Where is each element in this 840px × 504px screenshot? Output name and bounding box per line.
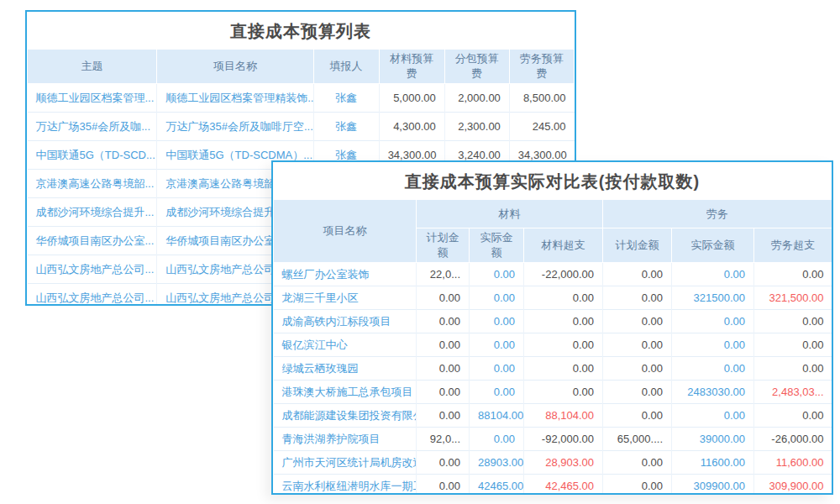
header-labor-overrun: 劳务超支 — [754, 228, 832, 263]
labor-overrun-cell: 2,483,03... — [754, 381, 832, 404]
material-actual-link[interactable]: 28903.00 — [470, 451, 524, 475]
material-actual-link[interactable]: 0.00 — [470, 333, 524, 357]
labor-overrun-cell: 0.00 — [754, 404, 832, 428]
header-labor-plan: 计划金额 — [603, 228, 672, 263]
subject-link[interactable]: 中国联通5G（TD-SCD... — [28, 141, 157, 170]
labor-actual-link[interactable]: 0.00 — [672, 263, 754, 286]
header-project-name: 项目名称 — [274, 200, 417, 263]
subject-link[interactable]: 京港澳高速公路粤境韶... — [28, 170, 157, 198]
header-material-overrun: 材料超支 — [524, 228, 603, 263]
budget-list-title: 直接成本预算列表 — [27, 12, 575, 49]
material-actual-link[interactable]: 0.00 — [470, 286, 524, 310]
labor-budget-cell: 8,500.00 — [509, 84, 574, 113]
labor-actual-link[interactable]: 0.00 — [672, 404, 754, 428]
project-name-link[interactable]: 螺丝厂办公室装饰 — [274, 263, 417, 286]
header-project-name: 项目名称 — [157, 50, 313, 84]
material-overrun-cell: -92,000.00 — [524, 428, 603, 451]
budget-list-header-row: 主题 项目名称 填报人 材料预算费 分包预算费 劳务预算费 — [28, 50, 575, 84]
labor-budget-cell: 245.00 — [509, 113, 574, 141]
subject-link[interactable]: 华侨城项目南区办公室... — [28, 227, 157, 255]
subject-link[interactable]: 山西弘文房地产总公司... — [28, 255, 157, 284]
labor-actual-link[interactable]: 0.00 — [672, 333, 754, 357]
material-actual-link[interactable]: 0.00 — [470, 357, 524, 381]
labor-overrun-cell: 0.00 — [754, 333, 832, 357]
project-name-link[interactable]: 绿城云栖玫瑰园 — [274, 357, 417, 381]
table-row: 成都能源建设集团投资有限公 0.00 88104.00 88,104.00 0.… — [274, 404, 832, 428]
material-overrun-cell: 0.00 — [524, 286, 603, 310]
comparison-title: 直接成本预算实际对比表(按付款取数) — [273, 162, 832, 199]
material-actual-link[interactable]: 88104.00 — [470, 404, 524, 428]
header-material-plan: 计划金额 — [417, 228, 470, 263]
table-row: 顺德工业园区档案管理... 顺德工业园区档案管理精装饰... 张鑫 5,000.… — [28, 84, 575, 113]
project-name-link[interactable]: 云南水利枢纽潜明水库一期工 — [274, 475, 417, 496]
table-row: 港珠澳大桥施工总承包项目 0.00 0.00 0.00 0.00 2483030… — [274, 381, 832, 404]
material-actual-link[interactable]: 0.00 — [470, 263, 524, 286]
table-row: 云南水利枢纽潜明水库一期工 0.00 42465.00 42,465.00 0.… — [274, 475, 832, 496]
material-plan-cell: 0.00 — [417, 357, 470, 381]
material-actual-link[interactable]: 42465.00 — [470, 475, 524, 496]
material-plan-cell: 0.00 — [417, 333, 470, 357]
project-name-link[interactable]: 顺德工业园区档案管理精装饰... — [157, 84, 313, 113]
material-plan-cell: 0.00 — [417, 286, 470, 310]
table-row: 螺丝厂办公室装饰 22,0... 0.00 -22,000.00 0.00 0.… — [274, 263, 832, 286]
subcontract-budget-cell: 2,300.00 — [444, 113, 509, 141]
labor-plan-cell: 0.00 — [603, 381, 672, 404]
material-overrun-cell: 0.00 — [524, 381, 603, 404]
project-name-link[interactable]: 广州市天河区统计局机房改造 — [274, 451, 417, 475]
material-overrun-cell: -22,000.00 — [524, 263, 603, 286]
labor-actual-link[interactable]: 11600.00 — [672, 451, 754, 475]
project-name-link[interactable]: 港珠澳大桥施工总承包项目 — [274, 381, 417, 404]
table-row: 青海洪湖养护院项目 92,0... 0.00 -92,000.00 65,000… — [274, 428, 832, 451]
header-subject: 主题 — [28, 50, 157, 84]
material-overrun-cell: 0.00 — [524, 357, 603, 381]
project-name-link[interactable]: 成渝高铁内江标段项目 — [274, 310, 417, 333]
table-row: 成渝高铁内江标段项目 0.00 0.00 0.00 0.00 0.00 0.00 — [274, 310, 832, 333]
header-group-material: 材料 — [417, 200, 603, 228]
material-plan-cell: 92,0... — [417, 428, 470, 451]
labor-actual-link[interactable]: 0.00 — [672, 310, 754, 333]
material-plan-cell: 0.00 — [417, 404, 470, 428]
table-row: 银亿滨江中心 0.00 0.00 0.00 0.00 0.00 0.00 — [274, 333, 832, 357]
labor-overrun-cell: 321,500.00 — [754, 286, 832, 310]
material-plan-cell: 22,0... — [417, 263, 470, 286]
material-actual-link[interactable]: 0.00 — [470, 428, 524, 451]
table-row: 广州市天河区统计局机房改造 0.00 28903.00 28,903.00 0.… — [274, 451, 832, 475]
subject-link[interactable]: 成都沙河环境综合提升... — [28, 198, 157, 227]
labor-actual-link[interactable]: 0.00 — [672, 357, 754, 381]
material-actual-link[interactable]: 0.00 — [470, 310, 524, 333]
project-name-link[interactable]: 银亿滨江中心 — [274, 333, 417, 357]
labor-overrun-cell: 0.00 — [754, 357, 832, 381]
project-name-link[interactable]: 万达广场35#会所及咖啡厅空... — [157, 113, 313, 141]
reporter-link[interactable]: 张鑫 — [313, 84, 379, 113]
labor-actual-link[interactable]: 309900.00 — [672, 475, 754, 496]
labor-plan-cell: 0.00 — [603, 333, 672, 357]
material-plan-cell: 0.00 — [417, 475, 470, 496]
labor-actual-link[interactable]: 39000.00 — [672, 428, 754, 451]
labor-overrun-cell: 0.00 — [754, 310, 832, 333]
subject-link[interactable]: 山西弘文房地产总公司... — [28, 284, 157, 307]
material-overrun-cell: 0.00 — [524, 310, 603, 333]
project-name-link[interactable]: 龙湖三千里小区 — [274, 286, 417, 310]
labor-actual-link[interactable]: 2483030.00 — [672, 381, 754, 404]
comparison-group-header-row: 项目名称 材料 劳务 — [274, 200, 832, 228]
header-group-labor: 劳务 — [603, 200, 832, 228]
material-overrun-cell: 0.00 — [524, 333, 603, 357]
labor-overrun-cell: -26,000.00 — [754, 428, 832, 451]
comparison-table: 项目名称 材料 劳务 计划金额 实际金额 材料超支 计划金额 实际金额 劳务超支… — [273, 199, 832, 495]
material-actual-link[interactable]: 0.00 — [470, 381, 524, 404]
subject-link[interactable]: 顺德工业园区档案管理... — [28, 84, 157, 113]
material-plan-cell: 0.00 — [417, 381, 470, 404]
labor-plan-cell: 0.00 — [603, 357, 672, 381]
subcontract-budget-cell: 2,000.00 — [444, 84, 509, 113]
header-labor-budget: 劳务预算费 — [509, 50, 574, 84]
labor-actual-link[interactable]: 321500.00 — [672, 286, 754, 310]
labor-plan-cell: 0.00 — [603, 451, 672, 475]
reporter-link[interactable]: 张鑫 — [313, 113, 379, 141]
project-name-link[interactable]: 成都能源建设集团投资有限公 — [274, 404, 417, 428]
table-row: 万达广场35#会所及咖... 万达广场35#会所及咖啡厅空... 张鑫 4,30… — [28, 113, 575, 141]
labor-plan-cell: 0.00 — [603, 263, 672, 286]
labor-overrun-cell: 11,600.00 — [754, 451, 832, 475]
subject-link[interactable]: 万达广场35#会所及咖... — [28, 113, 157, 141]
project-name-link[interactable]: 青海洪湖养护院项目 — [274, 428, 417, 451]
labor-plan-cell: 65,000.... — [603, 428, 672, 451]
